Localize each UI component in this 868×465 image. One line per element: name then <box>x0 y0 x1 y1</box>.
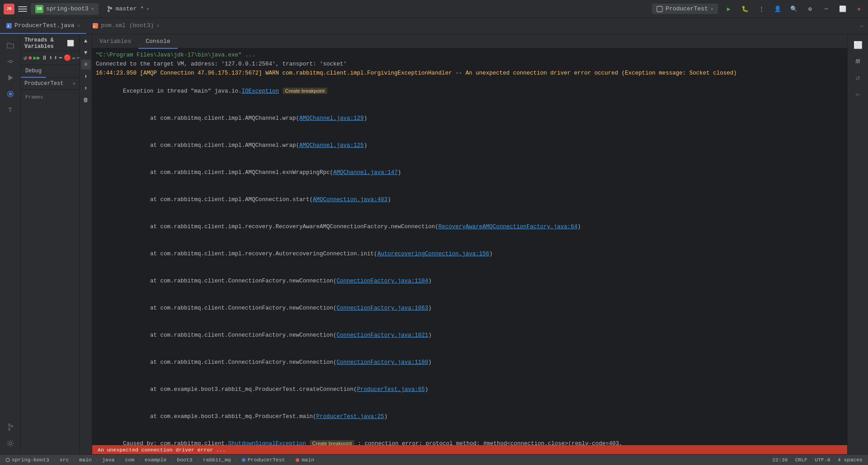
activity-icon-commit[interactable] <box>3 54 18 69</box>
status-main[interactable]: main <box>79 457 92 463</box>
scroll-down-btn[interactable]: ▼ <box>81 48 91 58</box>
status-charset[interactable]: UTF-8 <box>815 457 830 463</box>
type-icon: T <box>8 107 12 114</box>
editor-tab-bar: J ProducerTest.java ✕ m pom.xml (boot3) … <box>0 18 868 34</box>
tab-producer-test[interactable]: J ProducerTest.java ✕ <box>0 18 86 34</box>
autorecovering-156-link[interactable]: AutorecoveringConnection.java:156 <box>377 251 490 257</box>
create-breakpoint-btn-2[interactable]: Create breakpoint <box>310 440 354 445</box>
tab-pom-xml[interactable]: m pom.xml (boot3) ✕ <box>86 18 166 34</box>
rerun-button[interactable]: ↺ <box>24 53 27 63</box>
connfactory-1180-link[interactable]: ConnectionFactory.java:1180 <box>337 359 429 366</box>
st-1-suffix: ) <box>364 115 368 122</box>
activity-icon-git[interactable] <box>3 420 18 434</box>
activity-icon-settings[interactable] <box>3 436 18 451</box>
debug-panel-header: Threads & Variables ⬜ <box>21 34 79 51</box>
tab-overflow-button[interactable]: ⋯ <box>855 18 868 34</box>
amqconnection-403-link[interactable]: AMQConnection.java:403 <box>313 197 387 203</box>
clear-console-btn[interactable]: 🗑 <box>81 95 91 105</box>
activity-icon-debug[interactable] <box>3 87 18 101</box>
bottom-warn-text: An unexpected connection driver error ..… <box>98 447 226 453</box>
console-line-st-2: at com.rabbitmq.client.impl.AMQChannel.w… <box>96 132 844 159</box>
run-button[interactable]: ▶ <box>723 4 734 14</box>
step-out-button[interactable]: ⬅ <box>59 53 62 63</box>
minimize-button[interactable]: — <box>821 4 832 14</box>
activity-icon-project[interactable] <box>3 38 18 52</box>
right-icon-layout[interactable]: ⬜ <box>851 38 865 52</box>
status-line-endings[interactable]: CRLF <box>795 457 808 463</box>
amqchannel-147-link[interactable]: AMQChannel.java:147 <box>333 169 398 176</box>
create-breakpoint-btn-1[interactable]: Create breakpoint <box>283 88 327 94</box>
right-icon-refresh[interactable]: ↺ <box>851 70 865 85</box>
status-project[interactable]: spring-boot3 <box>5 457 49 463</box>
console-output[interactable]: "C:\Program Files\Java\jdk-17\bin\java.e… <box>92 49 847 445</box>
collapse-all-btn[interactable]: ⬇ <box>81 71 91 81</box>
status-src[interactable]: src <box>60 457 69 463</box>
tab-console-label: Console <box>146 38 170 45</box>
commit-icon <box>6 57 14 66</box>
status-rabbit-mq[interactable]: rabbit_mq <box>203 457 231 463</box>
amqchannel-129-link[interactable]: AMQChannel.java:129 <box>299 115 364 122</box>
connfactory-1104-link[interactable]: ConnectionFactory.java:1104 <box>337 278 429 284</box>
status-producer-test[interactable]: ProducerTest <box>241 457 285 463</box>
filter-output-btn[interactable]: ≡ <box>81 60 91 70</box>
status-com[interactable]: com <box>125 457 134 463</box>
session-close-icon[interactable]: ✕ <box>73 81 75 86</box>
scroll-up-btn[interactable]: ▲ <box>81 36 91 46</box>
recovery-64-link[interactable]: RecoveryAwareAMQConnectionFactory.java:6… <box>439 224 578 230</box>
status-indent[interactable]: 4 spaces <box>838 457 863 463</box>
console-line-warn-1: 16:44:23.950 [AMQP Connection 47.96.175.… <box>96 69 844 78</box>
console-line-connected: Connected to the target VM, address: '12… <box>96 60 844 69</box>
pause-button[interactable]: ⏸ <box>42 53 47 63</box>
status-boot3[interactable]: boot3 <box>177 457 193 463</box>
breadcrumb-separator-2: › <box>72 457 75 463</box>
right-icon-edit[interactable]: ✏ <box>851 87 865 101</box>
debug-button[interactable]: 🐛 <box>740 4 750 14</box>
activity-icon-run[interactable] <box>3 70 18 85</box>
session-tab-producer[interactable]: Debug <box>21 65 46 78</box>
connfactory-1021-link[interactable]: ConnectionFactory.java:1021 <box>337 332 429 338</box>
console-line-caused-by: Caused by: com.rabbitmq.client.ShutdownS… <box>96 430 844 445</box>
st-10-prefix: at com.rabbitmq.client.ConnectionFactory… <box>123 359 337 366</box>
status-java[interactable]: java <box>102 457 115 463</box>
tab-console[interactable]: Console <box>138 34 178 49</box>
search-everywhere-button[interactable]: 🔍 <box>788 4 799 14</box>
resume-button[interactable]: ▶▶ <box>33 53 41 63</box>
profile-button[interactable]: 👤 <box>772 4 783 14</box>
tab-pom-close[interactable]: ✕ <box>156 23 160 28</box>
run-config-selector[interactable]: ProducerTest ▾ <box>652 4 718 14</box>
edit-icon[interactable]: ✏ <box>72 53 76 63</box>
step-over-button[interactable]: ⬇ <box>49 53 52 63</box>
stop-button[interactable]: ■ <box>28 53 32 63</box>
ioexception-link[interactable]: IOException <box>242 88 279 94</box>
producer-session-name: ProducerTest <box>24 80 63 87</box>
maximize-button[interactable]: ⬜ <box>837 4 848 14</box>
st-4-suffix: ) <box>387 197 391 203</box>
close-button[interactable]: ✕ <box>854 4 864 14</box>
st-12-prefix: at com.example.boot3.rabbit_mq.ProducerT… <box>123 413 316 420</box>
producertest-25-link[interactable]: ProducerTest.java:25 <box>316 413 384 420</box>
app-logo: JB <box>4 4 14 14</box>
console-line-java-exe: "C:\Program Files\Java\jdk-17\bin\java.e… <box>96 51 844 60</box>
st-5-suffix: ) <box>577 224 581 230</box>
project-selector[interactable]: SB spring-boot3 ▾ <box>31 3 99 15</box>
shutdown-signal-link[interactable]: ShutdownSignalException <box>228 441 307 445</box>
tab-variables[interactable]: Variables <box>92 34 138 49</box>
producertest-65-link[interactable]: ProducerTest.java:65 <box>357 386 425 393</box>
restore-layout-icon[interactable]: ⬜ <box>66 38 75 48</box>
amqchannel-125-link[interactable]: AMQChannel.java:125 <box>299 142 364 149</box>
tab-producer-test-close[interactable]: ✕ <box>77 23 80 28</box>
step-into-button[interactable]: ⬆ <box>54 53 57 63</box>
settings-button[interactable]: ⚙ <box>805 4 816 14</box>
status-example[interactable]: example <box>145 457 166 463</box>
status-main-method[interactable]: main <box>295 457 314 463</box>
expand-all-btn[interactable]: ⬆ <box>81 83 91 93</box>
hamburger-menu-icon[interactable] <box>18 5 27 14</box>
mute-breakpoints-icon[interactable]: 🔴 <box>64 53 71 63</box>
tab-producer-test-label: ProducerTest.java <box>14 22 75 29</box>
connfactory-1063-link[interactable]: ConnectionFactory.java:1063 <box>337 305 429 311</box>
activity-icon-type[interactable]: T <box>3 103 18 117</box>
svg-line-4 <box>108 8 111 8</box>
more-run-options-button[interactable]: ⋮ <box>756 4 767 14</box>
right-icon-m[interactable]: m <box>851 54 865 69</box>
branch-selector[interactable]: master * ▾ <box>102 4 154 14</box>
